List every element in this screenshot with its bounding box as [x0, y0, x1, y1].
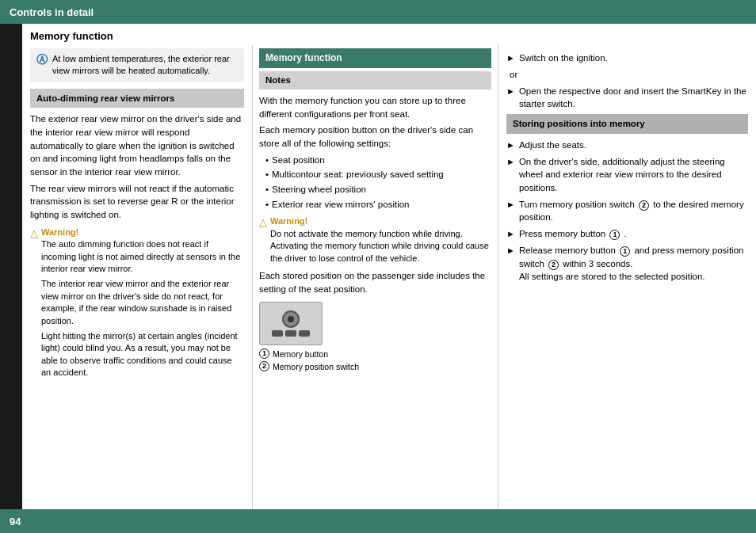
- columns: Ⓐ At low ambient temperatures, the exter…: [22, 45, 756, 509]
- col2-warning-triangle-icon: △: [259, 215, 267, 265]
- header-bar: Controls in detail: [0, 0, 756, 24]
- col2-warning-title: Warning!: [270, 215, 491, 227]
- footer-bar: 94: [0, 509, 756, 533]
- notes-text: With the memory function you can store u…: [259, 94, 491, 120]
- col1-para1: The exterior rear view mirror on the dri…: [30, 112, 244, 178]
- warning-triangle-icon: △: [30, 227, 38, 383]
- step1-item: ► Adjust the seats.: [506, 139, 748, 152]
- arrow-text-2: Open the respective door and insert the …: [519, 85, 748, 111]
- col1-para2: The rear view mirrors will not react if …: [30, 182, 244, 222]
- settings-bullet-list: • Seat position • Multicontour seat: pre…: [265, 154, 491, 211]
- step1-arrow: ►: [506, 139, 515, 152]
- bullet-text-2: Multicontour seat: previously saved sett…: [272, 168, 444, 181]
- bullet-dot-1: •: [265, 154, 269, 167]
- memory-function-subheader: Memory function: [259, 48, 491, 68]
- notes-subheader: Notes: [259, 71, 491, 89]
- step4-arrow: ►: [506, 228, 515, 241]
- button-row: [272, 330, 310, 337]
- col3: ► Switch on the ignition. or ► Open the …: [498, 45, 756, 509]
- mem-btn-3: [299, 330, 310, 337]
- arrow-sym-2: ►: [506, 86, 515, 98]
- step3-num: 2: [639, 200, 649, 211]
- step3-text: Turn memory position switch: [519, 200, 635, 209]
- step1-text: Adjust the seats.: [519, 139, 586, 152]
- step4-text: Press memory button: [519, 229, 605, 238]
- header-title: Controls in detail: [10, 6, 94, 18]
- arrow-item-1: ► Switch on the ignition.: [506, 51, 748, 65]
- step5-d: All settings are stored to the selected …: [519, 272, 705, 281]
- diagram-area: 1 Memory button 2 Memory position switch: [259, 302, 491, 372]
- storing-positions-subheader: Storing positions into memory: [506, 114, 748, 134]
- auto-dimming-subheader: Auto-dimming rear view mirrors: [30, 89, 244, 109]
- bullet-seat: • Seat position: [265, 154, 491, 167]
- bullet-dot-3: •: [265, 183, 269, 196]
- main-content: Memory function Ⓐ At low ambient tempera…: [22, 24, 756, 509]
- step4-item: ► Press memory button 1 .: [506, 227, 748, 241]
- mem-btn-2: [285, 330, 296, 337]
- arrow-text-1: Switch on the ignition.: [519, 51, 608, 65]
- left-strip: [0, 24, 22, 509]
- each-memory-text: Each memory position button on the drive…: [259, 124, 491, 150]
- bullet-text-1: Seat position: [272, 154, 325, 167]
- bullet-text-3: Steering wheel position: [272, 183, 366, 196]
- step4-end: .: [624, 229, 627, 238]
- bullet-exterior: • Exterior rear view mirrors' position: [265, 198, 491, 211]
- caption-text-1: Memory button: [273, 348, 328, 360]
- info-box: Ⓐ At low ambient temperatures, the exter…: [30, 48, 244, 82]
- arrow-sym-1: ►: [506, 52, 515, 65]
- each-stored-text: Each stored position on the passenger si…: [259, 269, 491, 295]
- step3-arrow: ►: [506, 199, 515, 211]
- col1-warning: △ Warning! The auto dimming function doe…: [30, 227, 244, 383]
- diagram-inner: [272, 310, 310, 337]
- step4-num: 1: [609, 230, 620, 240]
- col3-arrow-list: ► Switch on the ignition. or ► Open the …: [506, 51, 748, 111]
- info-text: At low ambient temperatures, the exterio…: [52, 53, 238, 78]
- col1: Ⓐ At low ambient temperatures, the exter…: [22, 45, 252, 509]
- caption-1-row: 1 Memory button: [259, 348, 491, 360]
- step3-item: ► Turn memory position switch 2 to the d…: [506, 198, 748, 224]
- storing-steps: ► Adjust the seats. ► On the driver's si…: [506, 139, 748, 284]
- bullet-dot-2: •: [265, 168, 269, 181]
- col2-warning: △ Warning! Do not activate the memory fu…: [259, 215, 491, 265]
- col2-warning-content: Warning! Do not activate the memory func…: [270, 215, 491, 265]
- col1-warning-p2: The interior rear view mirror and the ex…: [41, 278, 244, 327]
- diagram-box: [259, 302, 323, 345]
- step5-a: Release memory button: [519, 246, 616, 255]
- step2-text: On the driver's side, additionally adjus…: [519, 155, 748, 195]
- caption-2-row: 2 Memory position switch: [259, 361, 491, 373]
- col1-warning-p3: Light hitting the mirror(s) at certain a…: [41, 330, 244, 379]
- page-number: 94: [10, 516, 21, 527]
- or-text: or: [506, 68, 748, 82]
- step5-arrow: ►: [506, 245, 515, 257]
- step2-item: ► On the driver's side, additionally adj…: [506, 155, 748, 195]
- dial-graphic: [282, 310, 300, 328]
- step5-content: Release memory button 1 and press memory…: [519, 244, 748, 284]
- step5-b-num: 2: [548, 260, 559, 270]
- step4-content: Press memory button 1 .: [519, 227, 627, 241]
- col1-warning-title: Warning!: [41, 227, 244, 238]
- arrow-item-2: ► Open the respective door and insert th…: [506, 85, 748, 111]
- mem-btn-1: [272, 330, 283, 337]
- dial-inner: [288, 316, 294, 322]
- bullet-steering: • Steering wheel position: [265, 183, 491, 196]
- step2-arrow: ►: [506, 156, 515, 169]
- content-area: Memory function Ⓐ At low ambient tempera…: [0, 24, 756, 509]
- caption-num-1: 1: [259, 348, 269, 359]
- col2: Memory function Notes With the memory fu…: [252, 45, 498, 509]
- col2-warning-text: Do not activate the memory function whil…: [270, 229, 489, 263]
- caption-text-2: Memory position switch: [273, 361, 359, 373]
- step5-c: within 3 seconds.: [563, 259, 632, 268]
- step5-item: ► Release memory button 1 and press memo…: [506, 244, 748, 284]
- bullet-dot-4: •: [265, 198, 269, 211]
- info-icon: Ⓐ: [36, 52, 48, 78]
- bullet-text-4: Exterior rear view mirrors' position: [272, 198, 409, 211]
- caption-num-2: 2: [259, 361, 269, 371]
- section-title: Memory function: [22, 24, 756, 45]
- bullet-multicontour: • Multicontour seat: previously saved se…: [265, 168, 491, 181]
- step5-a-num: 1: [620, 246, 630, 257]
- step3-content: Turn memory position switch 2 to the des…: [519, 198, 748, 224]
- col1-warning-content: Warning! The auto dimming function does …: [41, 227, 244, 383]
- col1-warning-p1: The auto dimming function does not react…: [41, 238, 244, 275]
